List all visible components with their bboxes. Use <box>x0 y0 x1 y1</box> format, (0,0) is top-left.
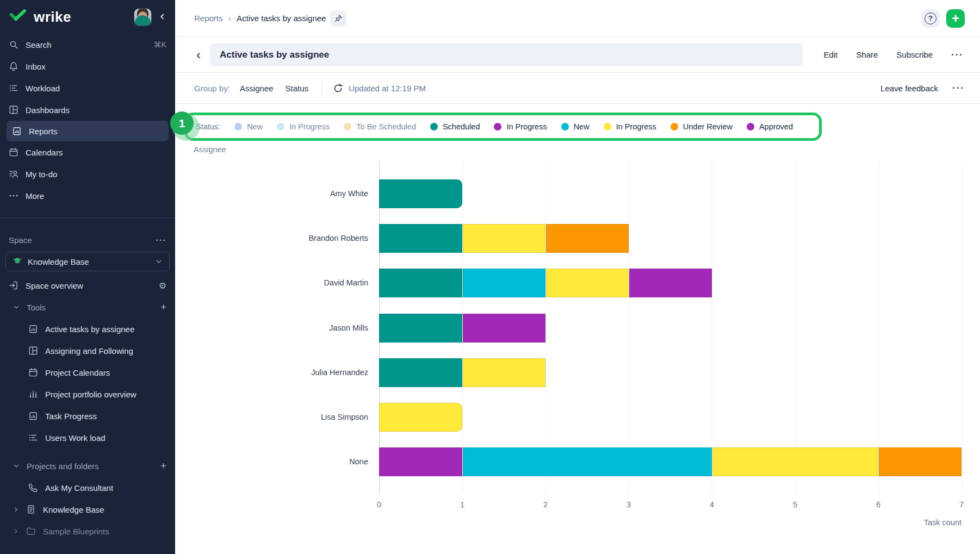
refresh-icon[interactable] <box>333 83 343 94</box>
gridline <box>545 161 546 494</box>
assignee-label: Lisa Simpson <box>175 403 368 432</box>
sidebar-item-portfolio-overview[interactable]: Project portfolio overview <box>0 383 175 405</box>
x-tick-label: 7 <box>951 500 972 509</box>
user-avatar[interactable] <box>134 8 152 26</box>
bar-segment-teal[interactable] <box>379 224 462 253</box>
bar-segment-purple[interactable] <box>462 314 545 343</box>
bar-segment-yellow[interactable] <box>462 224 545 253</box>
sidebar-item-users-workload[interactable]: Users Work load <box>0 427 175 449</box>
calendar-icon <box>28 368 38 377</box>
bar-segment-teal[interactable] <box>379 314 462 343</box>
add-tool-icon[interactable]: + <box>160 301 166 313</box>
sidebar-item-search[interactable]: Search ⌘K <box>0 34 175 55</box>
legend-item-6[interactable]: In Progress <box>604 122 656 131</box>
edit-button[interactable]: Edit <box>823 50 838 59</box>
title-menu-button[interactable]: ··· <box>951 49 964 60</box>
legend-item-5[interactable]: New <box>561 122 590 131</box>
chevron-down-icon <box>13 304 20 310</box>
bar-segment-teal[interactable] <box>379 269 462 297</box>
group-by-assignee[interactable]: Assignee <box>240 84 274 93</box>
chevron-down-icon <box>155 258 163 265</box>
document-icon <box>26 505 36 514</box>
chevron-right-icon <box>13 528 19 534</box>
gridline <box>712 161 712 494</box>
help-button[interactable]: ? <box>921 9 940 28</box>
wrike-logo-icon <box>9 9 27 24</box>
sidebar-item-dashboards[interactable]: Dashboards <box>0 99 175 121</box>
back-button[interactable]: ‹ <box>189 47 208 63</box>
bar-segment-purple[interactable] <box>629 269 712 297</box>
breadcrumb-separator: › <box>228 13 232 24</box>
report-content: Status: NewIn ProgressTo Be ScheduledSch… <box>175 104 980 554</box>
legend-dot <box>430 123 438 130</box>
sidebar-collapse-icon[interactable]: ‹ <box>157 9 166 24</box>
sidebar-item-ask-my-consultant[interactable]: Ask My Consultant <box>0 477 175 499</box>
search-icon <box>9 40 18 49</box>
sidebar-item-active-tasks[interactable]: Active tasks by assignee <box>0 318 175 340</box>
sidebar-item-reports[interactable]: Reports <box>7 121 169 141</box>
legend-dot <box>561 123 569 130</box>
badge-number: 1 <box>170 111 194 135</box>
bell-icon <box>9 61 18 71</box>
assignee-label: David Martin <box>175 269 368 297</box>
legend-item-2[interactable]: To Be Scheduled <box>344 122 416 131</box>
my-todo-icon <box>9 169 18 179</box>
toolbar-menu-button[interactable]: ··· <box>952 83 965 94</box>
calendar-icon <box>9 147 18 157</box>
workload-icon <box>28 433 38 443</box>
pin-icon <box>334 14 343 23</box>
sidebar-item-workload[interactable]: Workload <box>0 77 175 99</box>
bar-segment-orange[interactable] <box>878 447 962 476</box>
gridline <box>629 161 629 494</box>
sidebar-item-project-calendars[interactable]: Project Calendars <box>0 362 175 383</box>
tools-section-header[interactable]: Tools + <box>0 296 175 318</box>
sidebar-item-assigning-following[interactable]: Assigning and Following <box>0 340 175 362</box>
sidebar-item-calendars[interactable]: Calendars <box>0 141 175 163</box>
bar-segment-yellow[interactable] <box>379 403 462 432</box>
add-project-icon[interactable]: + <box>160 460 166 472</box>
bar-segment-purple[interactable] <box>379 447 462 476</box>
sidebar-item-my-todo[interactable]: My to-do <box>0 163 175 185</box>
legend-item-label: Scheduled <box>443 122 480 131</box>
bar-segment-yellow[interactable] <box>712 447 878 476</box>
bar-segment-teal[interactable] <box>379 358 462 387</box>
sidebar-item-space-overview[interactable]: Space overview ⚙ <box>0 275 175 296</box>
subscribe-button[interactable]: Subscribe <box>896 50 933 59</box>
bar-segment-cyan[interactable] <box>462 269 545 297</box>
group-by-status[interactable]: Status <box>286 84 309 93</box>
bar-segment-teal[interactable] <box>379 179 462 208</box>
report-title-field[interactable]: Active tasks by assignee <box>210 43 803 66</box>
share-button[interactable]: Share <box>856 50 878 59</box>
sidebar-item-inbox[interactable]: Inbox <box>0 55 175 77</box>
sidebar-item-more[interactable]: More <box>0 185 175 207</box>
legend-item-0[interactable]: New <box>234 122 263 131</box>
sidebar-item-task-progress[interactable]: Task Progress <box>0 405 175 427</box>
legend-annotation-box: Status: NewIn ProgressTo Be ScheduledSch… <box>184 113 822 141</box>
legend-item-label: To Be Scheduled <box>356 122 416 131</box>
breadcrumb-reports-link[interactable]: Reports <box>194 14 223 23</box>
legend-item-8[interactable]: Approved <box>747 122 793 131</box>
bar-segment-orange[interactable] <box>545 224 629 253</box>
projects-section-header[interactable]: Projects and folders + <box>0 455 175 477</box>
breadcrumb: Reports › Active tasks by assignee <box>194 13 326 24</box>
chevron-down-icon <box>13 463 20 469</box>
sidebar-item-knowledge-base-folder[interactable]: Knowledge Base <box>0 499 175 520</box>
space-selector[interactable]: Knowledge Base <box>5 252 170 271</box>
board-icon <box>28 346 38 356</box>
x-tick-label: 2 <box>535 500 556 509</box>
legend-item-7[interactable]: Under Review <box>671 122 733 131</box>
bar-segment-cyan[interactable] <box>462 447 712 476</box>
legend-dot <box>344 123 351 130</box>
legend-item-3[interactable]: Scheduled <box>430 122 480 131</box>
space-menu-icon[interactable]: ··· <box>156 235 167 245</box>
sidebar-item-sample-blueprints[interactable]: Sample Blueprints <box>0 520 175 542</box>
leave-feedback-link[interactable]: Leave feedback <box>880 84 938 93</box>
create-new-button[interactable]: + <box>946 9 965 28</box>
legend-item-1[interactable]: In Progress <box>277 122 330 131</box>
x-tick-label: 5 <box>784 500 806 509</box>
bar-segment-yellow[interactable] <box>462 358 545 387</box>
legend-item-4[interactable]: In Progress <box>494 122 547 131</box>
gear-icon[interactable]: ⚙ <box>159 281 166 291</box>
bar-segment-yellow[interactable] <box>545 269 629 297</box>
pin-button[interactable] <box>330 10 346 27</box>
